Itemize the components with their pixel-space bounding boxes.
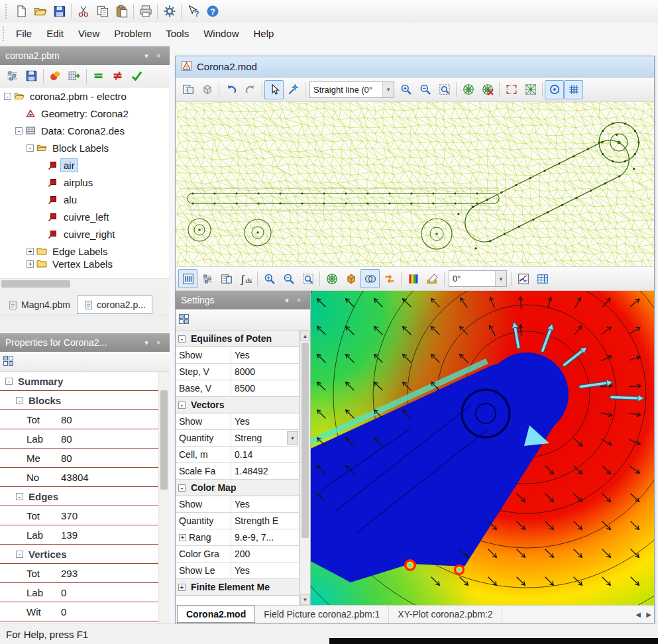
- zoom-dynamic-button[interactable]: [284, 80, 303, 99]
- collapse-panel-button[interactable]: ▾: [281, 296, 293, 305]
- mesh-view[interactable]: [176, 102, 654, 266]
- grid-button[interactable]: [564, 80, 583, 99]
- menu-edit[interactable]: Edit: [39, 23, 71, 44]
- print-button[interactable]: [136, 2, 155, 21]
- redo-button[interactable]: [241, 80, 260, 99]
- prop-row-no-43804[interactable]: No43804: [0, 468, 158, 487]
- select-arrow-button[interactable]: [264, 80, 284, 99]
- palette-edit-button[interactable]: [423, 269, 442, 288]
- prop-row-lab-80[interactable]: Lab80: [0, 429, 158, 449]
- expand-toggle[interactable]: -: [4, 93, 11, 100]
- angle-select-dropdown[interactable]: 0°▾: [449, 270, 507, 287]
- open-folder-button[interactable]: [30, 2, 50, 21]
- prop-row-lab-139[interactable]: Lab139: [0, 525, 158, 545]
- field-value[interactable]: 200: [231, 546, 299, 562]
- scrollbar-thumb[interactable]: [1, 280, 70, 288]
- tree-item-block-labels[interactable]: -Block Labels: [0, 139, 169, 156]
- expand-toggle[interactable]: -: [5, 378, 13, 385]
- paste-button[interactable]: [112, 2, 131, 21]
- tree-item-cuivre-left[interactable]: cuivre_left: [0, 208, 169, 225]
- settings-section-vectors[interactable]: -Vectors: [176, 397, 299, 413]
- cube-orange-button[interactable]: [341, 269, 360, 288]
- view-tab-field-picture-corona2-pbm-1[interactable]: Field Picture corona2.pbm:1: [255, 606, 389, 623]
- menu-file[interactable]: File: [9, 23, 39, 44]
- field-value[interactable]: 1.48492: [231, 463, 299, 479]
- close-panel-button[interactable]: ×: [293, 296, 305, 304]
- menu-problem[interactable]: Problem: [107, 23, 158, 44]
- expand-toggle[interactable]: -: [178, 402, 186, 409]
- scroll-down-button[interactable]: ▼: [300, 594, 310, 605]
- field-value[interactable]: Yes: [231, 347, 299, 363]
- new-document-button[interactable]: [11, 2, 30, 21]
- field-value[interactable]: 8500: [231, 380, 299, 396]
- field-value[interactable]: Yes: [231, 413, 299, 429]
- settings-section-equilines-of-poten[interactable]: -Equilines of Poten: [176, 331, 299, 347]
- view-tab-corona2-mod[interactable]: Corona2.mod: [177, 606, 255, 623]
- mesh-build-button[interactable]: [322, 269, 341, 288]
- mesh-box-button[interactable]: [521, 80, 540, 99]
- close-panel-button[interactable]: ×: [152, 52, 164, 60]
- expand-toggle[interactable]: -: [178, 484, 186, 492]
- expand-toggle[interactable]: +: [27, 260, 34, 268]
- transfer-arrows-button[interactable]: [380, 269, 399, 288]
- zoom-in-button[interactable]: [260, 269, 279, 288]
- export-grid-button[interactable]: [65, 66, 84, 85]
- expand-toggle[interactable]: -: [15, 127, 23, 134]
- expand-toggle[interactable]: -: [27, 144, 34, 152]
- help-button[interactable]: ?: [203, 2, 222, 21]
- field-value[interactable]: Yes: [231, 496, 299, 512]
- expand-toggle[interactable]: -: [16, 397, 23, 404]
- field-picture[interactable]: [311, 291, 654, 605]
- field-value[interactable]: 8000: [231, 364, 299, 380]
- vertical-scrollbar[interactable]: [158, 372, 169, 623]
- prop-row-me-80[interactable]: Me80: [0, 449, 158, 468]
- field-value[interactable]: 0.14: [231, 447, 299, 462]
- xy-plot-button[interactable]: [514, 269, 533, 288]
- zoom-extents-button[interactable]: [435, 80, 454, 99]
- nav-next-button[interactable]: ▶: [643, 606, 654, 623]
- copy-picture-button[interactable]: [178, 80, 197, 99]
- scrollbar-thumb[interactable]: [160, 390, 168, 490]
- tree-item-cuivre-right[interactable]: cuivre_right: [0, 225, 169, 242]
- tree-item-geometry-corona2[interactable]: Geometry: Corona2: [0, 105, 169, 122]
- cube-3d-button[interactable]: [197, 80, 217, 99]
- prop-section-blocks[interactable]: -Blocks: [0, 391, 158, 410]
- prop-row-tot-80[interactable]: Tot80: [0, 410, 158, 429]
- expand-toggle[interactable]: -: [16, 493, 23, 500]
- view-tab-xy-plot-corona2-pbm-2[interactable]: XY-Plot corona2.pbm:2: [389, 606, 502, 623]
- tree-item-edge-labels[interactable]: +Edge Labels: [0, 242, 169, 260]
- field-value[interactable]: 9.e-9, 7...: [231, 529, 299, 545]
- mesh-build-button[interactable]: [459, 80, 478, 99]
- expand-toggle[interactable]: -: [16, 551, 23, 558]
- vertical-scrollbar[interactable]: ▲ ▼: [300, 331, 310, 605]
- select-region-button[interactable]: [502, 80, 521, 99]
- circles-double-button[interactable]: [360, 269, 380, 288]
- properties-sliders-button[interactable]: [3, 66, 22, 85]
- expand-toggle[interactable]: -: [178, 335, 186, 343]
- expand-toggle[interactable]: +: [27, 248, 34, 255]
- prop-section-edges[interactable]: -Edges: [0, 487, 158, 506]
- undo-button[interactable]: [221, 80, 241, 99]
- tree-item-corona2-pbm-electro[interactable]: -corona2.pbm - electro: [0, 87, 169, 105]
- menu-tools[interactable]: Tools: [158, 23, 196, 44]
- line-select-dropdown[interactable]: Straight line (0°▾: [309, 81, 394, 98]
- zoom-out-button[interactable]: [415, 80, 435, 99]
- solve-button[interactable]: [46, 66, 65, 85]
- equal-green-button[interactable]: [89, 66, 108, 85]
- tree-item-airplus[interactable]: airplus: [0, 174, 169, 191]
- check-green-button[interactable]: [127, 66, 146, 85]
- close-panel-button[interactable]: ×: [152, 339, 164, 347]
- zoom-extents-button[interactable]: [298, 269, 317, 288]
- tree-item-vertex-labels[interactable]: +Vertex Labels: [0, 260, 169, 268]
- menu-help[interactable]: Help: [247, 23, 282, 44]
- prop-section-vertices[interactable]: -Vertices: [0, 545, 158, 564]
- menu-view[interactable]: View: [71, 23, 107, 44]
- prop-row-wit-0[interactable]: Wit0: [0, 602, 158, 621]
- collapse-panel-button[interactable]: ▾: [140, 52, 152, 60]
- tree-item-alu[interactable]: alu: [0, 191, 169, 208]
- point-snap-button[interactable]: [545, 80, 564, 99]
- mesh-delete-button[interactable]: [478, 80, 497, 99]
- save-button[interactable]: [50, 2, 69, 21]
- contour-picture-button[interactable]: [178, 269, 197, 288]
- collapse-panel-button[interactable]: ▾: [140, 339, 152, 347]
